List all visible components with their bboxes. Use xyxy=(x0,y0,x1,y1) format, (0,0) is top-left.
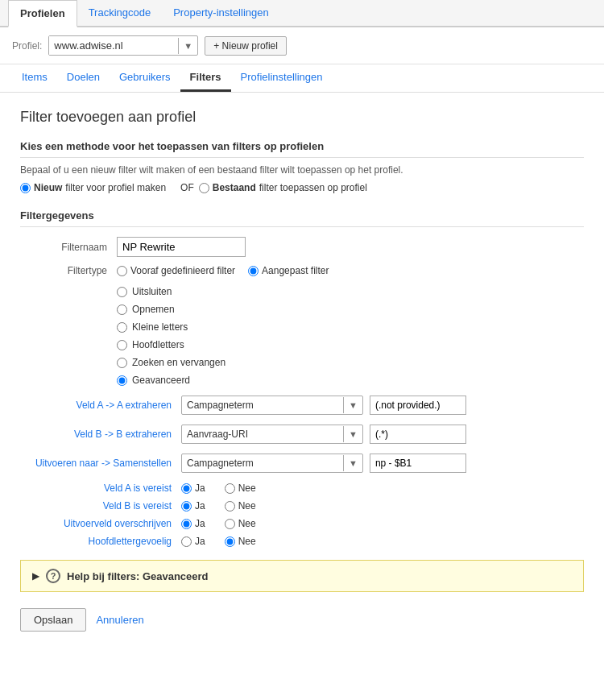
hoofdletter-ja-input[interactable] xyxy=(181,536,192,547)
veld-a-ja[interactable]: Ja xyxy=(181,483,205,494)
radio-geavanceerd[interactable]: Geavanceerd xyxy=(117,373,225,387)
veld-a-select[interactable]: Campagneterm Aanvraag-URI xyxy=(182,396,343,414)
uitvoerveld-ja-label: Ja xyxy=(195,518,205,529)
radio-opnemen-input[interactable] xyxy=(117,304,127,315)
method-section: Kies een methode voor het toepassen van … xyxy=(20,140,584,193)
veld-b-arrow[interactable]: ▼ xyxy=(343,426,362,442)
uitvoerveld-nee-label: Nee xyxy=(238,518,256,529)
zoeken-vervangen-label: Zoeken en vervangen xyxy=(132,357,225,368)
uitvoeren-select[interactable]: Campagneterm Aanvraag-URI xyxy=(182,454,343,472)
tab-property-instellingen[interactable]: Property-instellingen xyxy=(162,0,280,27)
method-heading: Kies een methode voor het toepassen van … xyxy=(20,140,584,158)
main-content: Filter toevoegen aan profiel Kies een me… xyxy=(0,93,604,656)
profile-dropdown-arrow[interactable]: ▼ xyxy=(178,38,197,54)
radio-bestaand-input[interactable] xyxy=(199,183,209,193)
subtab-filters[interactable]: Filters xyxy=(180,64,231,92)
veld-b-vereist-row: Veld B is vereist Ja Nee xyxy=(20,500,584,512)
radio-geavanceerd-input[interactable] xyxy=(117,375,127,386)
veld-b-text-input[interactable] xyxy=(370,425,466,444)
radio-nieuw-input[interactable] xyxy=(20,183,31,193)
veld-b-vereist-options: Ja Nee xyxy=(181,500,266,512)
radio-opnemen[interactable]: Opnemen xyxy=(117,302,225,317)
filter-data-title: Filtergegevens xyxy=(20,209,584,227)
veld-b-select-wrap[interactable]: Campagneterm Aanvraag-URI ▼ xyxy=(181,425,363,444)
radio-vooraf-input[interactable] xyxy=(117,266,127,276)
veld-b-ja-label: Ja xyxy=(195,500,205,512)
radio-aangepast-input[interactable] xyxy=(248,266,259,276)
tab-trackingcode[interactable]: Trackingcode xyxy=(77,0,163,27)
subtab-profielinstellingen[interactable]: Profielinstellingen xyxy=(231,64,333,92)
save-button[interactable]: Opslaan xyxy=(20,608,86,632)
uitvoerveld-nee-input[interactable] xyxy=(225,519,235,529)
radio-uitsluiten[interactable]: Uitsluiten xyxy=(117,284,225,299)
profile-selector[interactable]: ▼ xyxy=(48,35,198,56)
subtab-gebruikers[interactable]: Gebruikers xyxy=(110,64,180,92)
hoofdletter-nee-label: Nee xyxy=(238,536,256,547)
veld-b-row: Veld B -> B extraheren Campagneterm Aanv… xyxy=(20,425,584,444)
veld-a-nee-input[interactable] xyxy=(225,483,235,494)
nieuw-label: Nieuw xyxy=(34,182,62,193)
radio-nieuw[interactable]: Nieuw filter voor profiel maken xyxy=(20,182,166,193)
veld-a-select-wrap[interactable]: Campagneterm Aanvraag-URI ▼ xyxy=(181,396,363,415)
hoofdletter-nee[interactable]: Nee xyxy=(225,536,256,547)
nieuw-suffix: filter voor profiel maken xyxy=(65,182,166,193)
uitvoerveld-nee[interactable]: Nee xyxy=(225,518,256,529)
radio-vooraf[interactable]: Vooraf gedefinieerd filter xyxy=(117,265,235,276)
subtab-doelen[interactable]: Doelen xyxy=(57,64,110,92)
uitvoerveld-ja[interactable]: Ja xyxy=(181,518,205,529)
aangepast-label: Aangepast filter xyxy=(262,265,329,276)
veld-b-label: Veld B -> B extraheren xyxy=(20,429,181,440)
help-box[interactable]: ▶ ? Help bij filters: Geavanceerd xyxy=(20,560,584,592)
help-box-text: Help bij filters: Geavanceerd xyxy=(67,570,209,582)
cancel-link[interactable]: Annuleren xyxy=(96,614,143,626)
radio-aangepast[interactable]: Aangepast filter xyxy=(248,265,329,276)
veld-b-nee-label: Nee xyxy=(238,500,256,512)
help-box-question-icon: ? xyxy=(46,569,60,583)
filtertype-row: Filtertype Vooraf gedefinieerd filter Aa… xyxy=(20,265,584,276)
filternaam-input[interactable] xyxy=(117,237,246,257)
veld-a-ja-label: Ja xyxy=(195,483,205,494)
geavanceerd-label: Geavanceerd xyxy=(132,375,190,386)
hoofdletter-row: Hoofdlettergevoelig Ja Nee xyxy=(20,536,584,547)
uitvoeren-arrow[interactable]: ▼ xyxy=(343,455,362,471)
veld-b-ja[interactable]: Ja xyxy=(181,500,205,512)
hoofdletter-nee-input[interactable] xyxy=(225,536,235,547)
radio-uitsluiten-input[interactable] xyxy=(117,287,127,297)
hoofdletter-options: Ja Nee xyxy=(181,536,266,547)
veld-b-nee[interactable]: Nee xyxy=(225,500,256,512)
veld-a-arrow[interactable]: ▼ xyxy=(343,397,362,413)
uitvoeren-text-input[interactable] xyxy=(370,454,466,473)
veld-a-text-input[interactable] xyxy=(370,396,466,415)
radio-zoeken-vervangen-input[interactable] xyxy=(117,358,127,368)
tab-profielen[interactable]: Profielen xyxy=(8,0,77,27)
uitvoerveld-label: Uitvoerveld overschrijven xyxy=(20,518,181,529)
veld-b-select[interactable]: Campagneterm Aanvraag-URI xyxy=(182,425,343,443)
veld-b-ja-input[interactable] xyxy=(181,501,192,512)
hoofdletter-ja[interactable]: Ja xyxy=(181,536,205,547)
hoofdletter-ja-label: Ja xyxy=(195,536,205,547)
veld-a-label: Veld A -> A extraheren xyxy=(20,400,181,411)
custom-options-list: Uitsluiten Opnemen Kleine letters Hoofdl… xyxy=(117,284,225,387)
veld-a-nee[interactable]: Nee xyxy=(225,483,256,494)
filtertype-options: Vooraf gedefinieerd filter Aangepast fil… xyxy=(117,265,338,276)
subtab-items[interactable]: Items xyxy=(12,64,57,92)
filtertype-label: Filtertype xyxy=(20,265,117,276)
veld-b-vereist-label: Veld B is vereist xyxy=(20,500,181,512)
radio-kleine-letters[interactable]: Kleine letters xyxy=(117,320,225,334)
veld-a-row: Veld A -> A extraheren Campagneterm Aanv… xyxy=(20,396,584,415)
page-title: Filter toevoegen aan profiel xyxy=(20,109,584,126)
new-profile-button[interactable]: + Nieuw profiel xyxy=(205,36,287,56)
veld-a-ja-input[interactable] xyxy=(181,483,192,494)
uitvoeren-select-wrap[interactable]: Campagneterm Aanvraag-URI ▼ xyxy=(181,454,363,473)
radio-hoofdletters[interactable]: Hoofdletters xyxy=(117,338,225,352)
veld-a-vereist-label: Veld A is vereist xyxy=(20,483,181,494)
sub-tabs-bar: Items Doelen Gebruikers Filters Profieli… xyxy=(0,64,604,93)
uitvoerveld-ja-input[interactable] xyxy=(181,519,192,529)
radio-zoeken-vervangen[interactable]: Zoeken en vervangen xyxy=(117,355,225,370)
profile-input[interactable] xyxy=(49,36,178,55)
veld-b-nee-input[interactable] xyxy=(225,501,235,512)
radio-bestaand[interactable]: Bestaand filter toepassen op profiel xyxy=(199,182,367,193)
radio-hoofdletters-input[interactable] xyxy=(117,340,127,350)
help-box-arrow-icon: ▶ xyxy=(32,570,39,582)
radio-kleine-letters-input[interactable] xyxy=(117,322,127,333)
